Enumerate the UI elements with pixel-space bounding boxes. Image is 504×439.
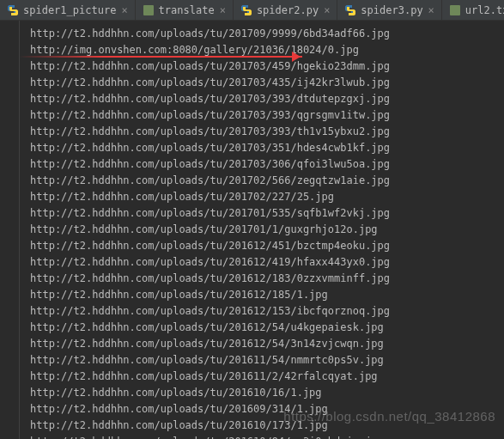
editor-line[interactable]: http://t2.hddhhn.com/uploads/tu/201703/3…	[7, 156, 504, 173]
editor-line[interactable]: http://t2.hddhhn.com/uploads/tu/201702/2…	[7, 189, 504, 205]
editor-line[interactable]: http://t2.hddhhn.com/uploads/tu/201610/1…	[7, 418, 504, 434]
editor-line[interactable]: http://t2.hddhhn.com/uploads/tu/201611/2…	[7, 369, 504, 385]
tab-spider2[interactable]: spider2.py ×	[234, 0, 337, 20]
editor-line[interactable]: http://t2.hddhhn.com/uploads/tu/201702/5…	[7, 173, 504, 189]
editor-line[interactable]: http://t2.hddhhn.com/uploads/tu/201612/1…	[7, 303, 504, 320]
tab-translate[interactable]: translate ×	[136, 0, 234, 20]
tab-spider1-picture[interactable]: spider1_picture ×	[0, 0, 136, 20]
editor-line[interactable]: http://t2.hddhhn.com/uploads/tu/201703/3…	[7, 107, 504, 124]
editor-line[interactable]: http://t2.hddhhn.com/uploads/tu/201612/4…	[7, 254, 504, 271]
tab-bar: spider1_picture × translate × spider2.py…	[0, 0, 504, 21]
editor-line[interactable]: http://t2.hddhhn.com/uploads/tu/201612/5…	[7, 320, 504, 336]
python-icon	[344, 4, 356, 16]
editor-line[interactable]: http://t2.hddhhn.com/uploads/tu/201701/5…	[7, 205, 504, 222]
editor-line[interactable]: http://t2.hddhhn.com/uploads/tu/201612/1…	[7, 287, 504, 303]
editor-line[interactable]: http://t2.hddhhn.com/uploads/tu/201701/1…	[7, 222, 504, 238]
tab-label: translate	[159, 4, 215, 16]
editor-line[interactable]: http://t2.hddhhn.com/uploads/tu/201703/3…	[7, 140, 504, 156]
editor-line[interactable]: http://t2.hddhhn.com/uploads/tu/201609/3…	[7, 401, 504, 418]
editor-line[interactable]: http://t2.hddhhn.com/uploads/tu/201612/5…	[7, 336, 504, 352]
editor-line[interactable]: http://t2.hddhhn.com/uploads/tu/201612/1…	[7, 271, 504, 287]
tab-label: spider3.py	[361, 4, 422, 16]
editor-line[interactable]: http://t2.hddhhn.com/uploads/tu/201703/3…	[7, 91, 504, 107]
editor-line[interactable]: http://t2.hddhhn.com/uploads/tu/201610/1…	[7, 385, 504, 401]
editor-line[interactable]: http://t2.hddhhn.com/uploads/tu/201612/4…	[7, 238, 504, 254]
close-icon[interactable]: ×	[324, 4, 330, 16]
editor-line[interactable]: http://t2.hddhhn.com/uploads/tu/201611/5…	[7, 352, 504, 369]
editor-line[interactable]: http://t2.hddhhn.com/uploads/tu/201610/9…	[7, 434, 504, 439]
python-icon	[7, 4, 19, 16]
close-icon[interactable]: ×	[121, 4, 127, 16]
tab-url2[interactable]: url2.tx	[442, 0, 504, 20]
editor-line[interactable]: http://t2.hddhhn.com/uploads/tu/201703/4…	[7, 75, 504, 91]
python-icon	[240, 4, 252, 16]
editor-line[interactable]: http://t2.hddhhn.com/uploads/tu/201709/9…	[7, 26, 504, 42]
editor-line[interactable]: http://t2.hddhhn.com/uploads/tu/201703/4…	[7, 58, 504, 75]
text-file-icon	[449, 4, 461, 16]
editor-area[interactable]: http://t2.hddhhn.com/uploads/tu/201709/9…	[0, 21, 504, 439]
close-icon[interactable]: ×	[428, 4, 434, 16]
annotation-underline	[19, 56, 302, 58]
text-file-icon	[143, 4, 155, 16]
lines-container: http://t2.hddhhn.com/uploads/tu/201709/9…	[7, 26, 504, 439]
tab-spider3[interactable]: spider3.py ×	[337, 0, 441, 20]
annotation-arrow-icon	[292, 52, 301, 62]
tab-label: url2.tx	[465, 4, 504, 16]
editor-line[interactable]: http://t2.hddhhn.com/uploads/tu/201703/3…	[7, 124, 504, 140]
tab-label: spider2.py	[257, 4, 319, 16]
tab-label: spider1_picture	[23, 4, 116, 16]
close-icon[interactable]: ×	[220, 4, 226, 16]
